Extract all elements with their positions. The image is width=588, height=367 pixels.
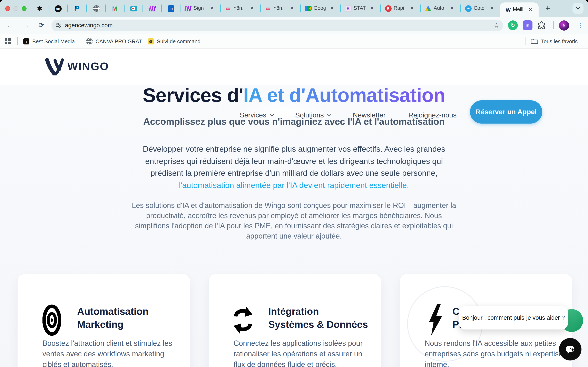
site-settings-icon[interactable]	[55, 22, 62, 30]
paypal-icon	[75, 5, 79, 12]
tab-rapidapi[interactable]: R Rapi ✕	[380, 0, 420, 17]
new-tab-button[interactable]	[543, 4, 553, 13]
toolbar-separator	[553, 21, 554, 29]
pinned-tab-gmail[interactable]	[111, 5, 118, 12]
tab-label: Coto	[474, 0, 489, 17]
n8n-icon	[226, 5, 231, 12]
close-tab-icon[interactable]: ✕	[408, 4, 416, 12]
tab-label: Meill	[513, 2, 527, 17]
close-tab-icon[interactable]: ✕	[208, 4, 216, 12]
tab-separator	[67, 4, 68, 12]
wingo-logo[interactable]: WINGO	[45, 49, 109, 85]
tab-drive[interactable]: Auto ✕	[421, 0, 460, 17]
minimize-window-button[interactable]	[13, 6, 18, 11]
intro-paragraph: Développer votre entreprise ne signifie …	[0, 143, 588, 192]
wingo-logo-mark	[45, 58, 64, 75]
profile-avatar[interactable]: N	[559, 20, 569, 30]
bookmark-favicon: ig	[148, 38, 154, 44]
card-title: Automatisation Marketing	[77, 305, 148, 331]
browser-menu-icon[interactable]	[576, 17, 585, 34]
google-meet-icon	[305, 6, 311, 11]
target-icon	[43, 304, 61, 336]
chat-button[interactable]	[559, 338, 581, 360]
tab-separator	[49, 4, 49, 12]
card-integration-systemes[interactable]: Intégration Systèmes & Données Connectez…	[208, 274, 381, 367]
google-drive-icon	[425, 6, 432, 11]
card-title: Intégration Systèmes & Données	[268, 305, 368, 331]
tab-sign[interactable]: Sign ✕	[181, 0, 220, 17]
url-text[interactable]: agencewingo.com	[65, 19, 113, 31]
linkedin-icon: in	[168, 5, 174, 12]
paragraph-line: entreprises qui réduisent déjà leur main…	[0, 155, 588, 167]
tab-separator	[143, 4, 143, 12]
close-tab-icon[interactable]: ✕	[368, 4, 376, 12]
browser-window: up in Sign ✕ n8n.i ✕ n8n.i ✕	[0, 0, 588, 367]
pinned-tab-make[interactable]	[149, 5, 156, 12]
close-tab-icon[interactable]: ✕	[288, 4, 296, 12]
n8n-icon	[266, 5, 270, 12]
pinned-tab-globe[interactable]	[93, 5, 100, 12]
tab-n8n-2[interactable]: n8n.i ✕	[260, 0, 300, 17]
tab-label: Sign	[194, 0, 209, 17]
pinned-tab-upwork[interactable]: up	[54, 5, 62, 12]
globe-icon	[93, 5, 100, 12]
title-gradient-part: IA et d'Automatisation	[243, 84, 445, 106]
bookmark-suivi[interactable]: ig Suivi de command...	[148, 34, 205, 49]
bookmark-canva[interactable]: CANVA PRO GRAT...	[86, 34, 146, 49]
site-header: WINGO Services Solutions Newsletter Rejo…	[0, 49, 588, 85]
inline-link[interactable]: l'automatisation alimentée par l'IA devi…	[179, 181, 407, 190]
extension-green-icon[interactable]	[508, 20, 518, 30]
card-automatisation-marketing[interactable]: Automatisation Marketing Boostez l'attra…	[17, 274, 190, 367]
paragraph-line: prédisent la première entreprise d'un mi…	[0, 167, 588, 179]
reload-button[interactable]	[35, 17, 47, 34]
close-tab-icon[interactable]: ✕	[448, 4, 456, 12]
period: .	[407, 181, 409, 190]
chatgpt-icon	[37, 5, 42, 12]
chat-tooltip[interactable]: Bonjour , comment puis-je vous aider ?	[459, 306, 568, 329]
paragraph-line: l'automatisation alimentée par l'IA devi…	[0, 179, 588, 192]
bookmark-star-icon[interactable]	[493, 19, 499, 31]
forward-button[interactable]	[20, 17, 32, 34]
secondary-paragraph: Les solutions d'IA et d'automatisation d…	[0, 201, 588, 241]
tab-google-meet[interactable]: Goog ✕	[301, 0, 340, 17]
close-tab-icon[interactable]: ✕	[328, 4, 336, 12]
all-favorites[interactable]: Tous les favoris	[531, 34, 578, 49]
close-tab-icon[interactable]: ✕	[488, 4, 496, 12]
rapidapi-icon: R	[385, 5, 391, 12]
all-favorites-label: Tous les favoris	[541, 38, 578, 44]
title-dark-part: Services d'	[143, 84, 243, 106]
tab-label: Goog	[314, 0, 329, 17]
paragraph-line: Les solutions d'IA et d'automatisation d…	[0, 201, 588, 211]
close-window-button[interactable]	[5, 6, 10, 11]
tab-n8n-1[interactable]: n8n.i ✕	[221, 0, 260, 17]
chat-bubble-sparkle-icon	[564, 343, 576, 355]
tab-separator	[86, 4, 87, 12]
tab-search-chevron[interactable]	[572, 3, 584, 14]
tab-cotomoro[interactable]: ✈ Coto ✕	[461, 0, 500, 17]
pinned-tab-camera[interactable]	[130, 5, 137, 12]
extensions-puzzle-icon[interactable]	[537, 21, 546, 31]
wingo-logo-text: WINGO	[67, 60, 109, 73]
bookmark-label: Best Social Media...	[32, 38, 79, 44]
tab-separator	[124, 4, 125, 12]
bookmark-best-social[interactable]: ⋮ Best Social Media...	[23, 34, 79, 49]
paragraph-line: simplifions l'adoption de l'IA pour les …	[0, 221, 588, 231]
tab-stat[interactable]: R STAT ✕	[341, 0, 380, 17]
stat-icon: R	[345, 5, 351, 12]
bookmark-favicon: ⋮	[23, 38, 29, 44]
pinned-tab-linkedin[interactable]: in	[167, 5, 175, 12]
paragraph-line: Développer votre entreprise ne signifie …	[0, 143, 588, 155]
address-bar[interactable]: agencewingo.com	[52, 19, 503, 31]
apps-grid-icon[interactable]	[5, 38, 11, 46]
bookmarks-bar: ⋮ Best Social Media... CANVA PRO GRAT...…	[0, 34, 588, 49]
tab-label: Auto	[434, 0, 449, 17]
pinned-tab-paypal[interactable]	[73, 5, 81, 12]
pinned-tab-chatgpt[interactable]	[36, 5, 43, 12]
back-button[interactable]	[4, 17, 16, 34]
tab-wingo-active[interactable]: Meill ✕	[500, 2, 539, 17]
extension-purple-icon[interactable]	[523, 20, 532, 30]
close-tab-icon[interactable]: ✕	[248, 4, 256, 12]
close-tab-icon[interactable]: ✕	[527, 6, 534, 13]
zoom-window-button[interactable]	[22, 6, 26, 11]
camera-icon	[130, 6, 137, 11]
